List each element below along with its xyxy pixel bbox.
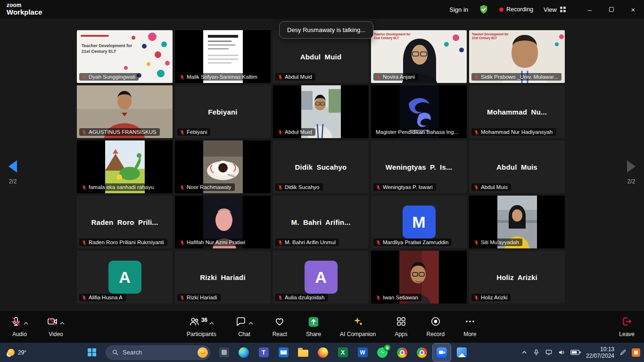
search-highlight-icon (198, 347, 208, 358)
teams-app-button[interactable]: T (255, 344, 272, 362)
video-options-caret[interactable] (59, 319, 65, 327)
apps-button[interactable]: Apps (395, 311, 407, 337)
participant-tile[interactable]: Raden Roro Prili...Raden Roro Priliani R… (77, 196, 173, 248)
prev-page-arrow-icon[interactable] (8, 160, 17, 173)
photos-app-button[interactable] (453, 344, 471, 362)
task-view-icon (219, 347, 229, 357)
mic-muted-icon (10, 316, 22, 329)
participant-tile[interactable]: Magister Pendidikan Bahasa Ing... (371, 85, 467, 138)
close-button[interactable]: × (622, 0, 644, 19)
maximize-button[interactable] (601, 0, 622, 19)
leave-button[interactable]: Leave (619, 311, 635, 337)
participant-tile[interactable]: Malik Sofyan-Sanimas Kaltim (175, 30, 271, 83)
participant-name-tag: Mohammad Nur Hadiyansyah (471, 128, 556, 136)
edge-app-button[interactable] (235, 344, 253, 362)
muted-mic-icon (82, 185, 87, 190)
participant-tile[interactable]: FebiyaniFebiyani (175, 85, 271, 138)
security-shield-icon[interactable] (479, 4, 489, 15)
tray-display-icon[interactable] (545, 349, 553, 356)
participant-tile[interactable]: AGUSTINUS FRANSISKUS (77, 85, 173, 138)
participant-tile[interactable]: Teacher Development for 21st Century ELT… (77, 30, 173, 83)
minimize-button[interactable]: – (579, 0, 601, 19)
participants-button[interactable]: 36 Participants (187, 311, 216, 337)
participant-name-tag: Rizki Hariadi (177, 294, 221, 301)
zoom-app-button[interactable] (433, 344, 451, 362)
participant-tile[interactable]: Iwan Setiawan (371, 251, 467, 304)
participants-count: 36 (201, 317, 207, 323)
next-page-arrow-icon[interactable] (627, 160, 636, 173)
participant-name-tag: Abdul Muid (275, 73, 315, 81)
record-circle-icon (430, 316, 441, 329)
participant-tile[interactable]: Siti Mu'ayyadah (469, 196, 565, 248)
tray-app-icon[interactable] (632, 348, 640, 357)
file-explorer-button[interactable] (294, 344, 312, 362)
tray-mic-icon[interactable] (533, 349, 540, 356)
ai-sparkle-icon (352, 316, 363, 329)
participant-tile[interactable]: Rizki HariadiRizki Hariadi (175, 251, 271, 304)
chat-options-caret[interactable] (248, 319, 254, 327)
participant-tile[interactable]: Teacher Development for 21st Century ELT… (371, 30, 467, 83)
participant-tile[interactable]: Mohammad Nu...Mohammad Nur Hadiyansyah (469, 85, 565, 138)
participant-tile[interactable]: Teacher Development for 21st Century ELT… (469, 30, 565, 83)
participant-label: Rizki Hariadi (187, 295, 217, 300)
participant-label: Sidik Prabowo _Univ. Mulawar... (481, 74, 558, 80)
participant-tile[interactable]: Abdul MuisAbdul Muis (469, 140, 565, 193)
record-button[interactable]: Record (427, 311, 445, 337)
mail-app-button[interactable] (274, 344, 292, 362)
participant-tile[interactable]: Noor Rachmawaty (175, 140, 271, 193)
sign-in-button[interactable]: Sign in (449, 6, 468, 13)
participant-label: Abdul Muis (481, 184, 508, 190)
tray-pen-icon[interactable] (619, 349, 627, 356)
video-button[interactable]: Video (47, 311, 65, 337)
participant-tile[interactable]: Didik SucahyoDidik Sucahyo (273, 140, 369, 193)
participant-label: Siti Mu'ayyadah (481, 239, 519, 245)
chrome-app-button[interactable] (393, 344, 411, 362)
participant-name-tag: Didik Sucahyo (275, 183, 323, 191)
teams-icon: T (259, 347, 269, 357)
participant-tile[interactable]: MMardliya Pratiwi Zamruddin (371, 196, 467, 248)
task-view-button[interactable] (215, 344, 233, 362)
muted-mic-icon (376, 185, 381, 190)
taskbar-clock[interactable]: 10:13 22/07/2024 (586, 346, 614, 359)
participant-tile[interactable]: AAlifia Husna A (77, 251, 173, 304)
participant-tile[interactable]: Hafifah Nur Azmi Pratiwi (175, 196, 271, 248)
weather-widget[interactable]: 29° (3, 343, 31, 362)
apps-grid-icon (396, 316, 407, 329)
clock-time: 10:13 (586, 346, 614, 353)
slide-title-text: Teacher Development for 21st Century ELT (374, 33, 413, 41)
firefox-icon (318, 347, 328, 358)
audio-options-caret[interactable] (23, 319, 29, 327)
excel-app-button[interactable]: X (334, 344, 352, 362)
tray-chevron-up[interactable] (521, 349, 528, 356)
participant-tile[interactable]: Holiz ArizkiHoliz Arizki (469, 251, 565, 304)
tray-volume-icon[interactable] (558, 349, 565, 356)
participant-tile[interactable]: Abdul Muid (273, 85, 369, 138)
ai-companion-button[interactable]: AI Companion (340, 311, 376, 337)
word-app-button[interactable]: W (354, 344, 372, 362)
chat-button[interactable]: Chat (235, 311, 254, 337)
participants-options-caret[interactable] (209, 319, 215, 327)
participant-label: Dyah Sunggingwati (89, 74, 135, 80)
muted-mic-icon (376, 74, 381, 80)
chrome-profile2-button[interactable] (413, 344, 431, 362)
participant-tile[interactable]: Weningtyas P. Is...Weningtyas P. Iswari (371, 140, 467, 193)
active-speaker-tooltip: Desy Rusmawaty is talking... (279, 21, 373, 39)
audio-button[interactable]: Audio (10, 311, 29, 337)
search-icon (112, 349, 119, 356)
participant-tile[interactable]: famala eka sanhadi rahayu (77, 140, 173, 193)
taskbar-search-input[interactable]: Search (106, 346, 210, 360)
participant-avatar: M (403, 206, 436, 239)
logo-workplace-text: Workplace (7, 8, 42, 16)
whatsapp-app-button[interactable]: 9 (373, 344, 391, 362)
participant-tile[interactable]: M. Bahri Arifin...M. Bahri Arifin Unmul (273, 196, 369, 248)
muted-mic-icon (278, 240, 283, 245)
view-button[interactable]: View (544, 6, 566, 13)
firefox-app-button[interactable] (314, 344, 332, 362)
react-button[interactable]: React (272, 311, 287, 337)
start-button[interactable] (83, 344, 101, 362)
participant-tile[interactable]: AAulia dzulqoidah (273, 251, 369, 304)
tray-battery-icon[interactable] (570, 349, 581, 355)
participant-name-tag: Abdul Muis (471, 183, 511, 191)
more-button[interactable]: More (463, 311, 476, 337)
share-button[interactable]: Share (306, 311, 321, 337)
